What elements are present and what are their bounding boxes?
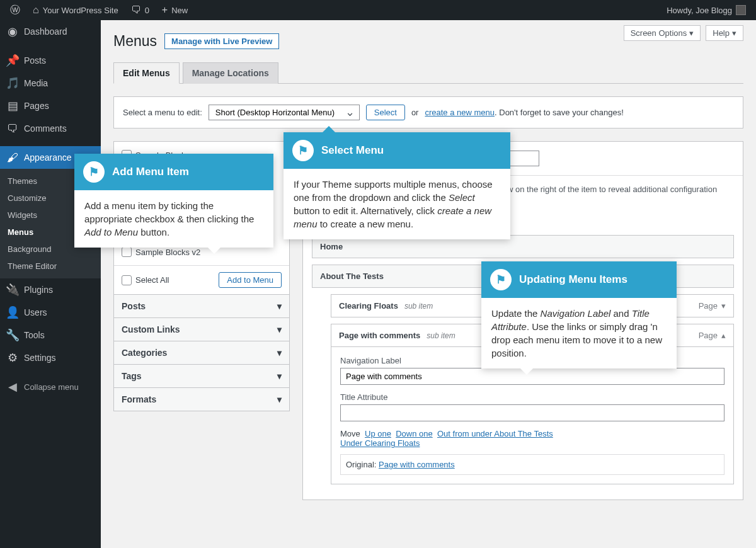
- comments-count: 0: [145, 6, 149, 15]
- plugin-icon: 🔌: [6, 283, 19, 296]
- flag-icon: ⚑: [83, 161, 105, 183]
- comment-icon: 🗨: [131, 4, 141, 16]
- item-type: Page: [699, 331, 718, 340]
- sidebar-item-comments[interactable]: 🗨Comments: [0, 117, 101, 140]
- caret-up-icon: ▴: [721, 331, 726, 340]
- new-label: New: [171, 6, 188, 15]
- label: Tags: [122, 371, 142, 381]
- sidebar-item-dashboard[interactable]: ◉Dashboard: [0, 20, 101, 43]
- sidebar-item-posts[interactable]: 📌Posts: [0, 49, 101, 72]
- accordion-posts[interactable]: Posts▾: [114, 294, 289, 317]
- sidebar-item-plugins[interactable]: 🔌Plugins: [0, 278, 101, 301]
- or-text: or: [411, 108, 419, 117]
- new-content[interactable]: +New: [157, 0, 193, 20]
- sidebar-label: Appearance: [24, 152, 72, 163]
- sidebar-item-users[interactable]: 👤Users: [0, 301, 101, 324]
- tooltip-add-menu-item: ⚑Add Menu Item Add a menu item by tickin…: [74, 154, 273, 248]
- plus-icon: +: [162, 4, 168, 16]
- accordion-custom-links[interactable]: Custom Links▾: [114, 317, 289, 341]
- home-icon: ⌂: [33, 4, 39, 16]
- tab-edit-menus[interactable]: Edit Menus: [113, 62, 180, 84]
- caret-down-icon: ▾: [277, 394, 282, 404]
- title-attr-label: Title Attribute: [340, 392, 724, 402]
- move-under-link[interactable]: Under Clearing Floats: [340, 438, 420, 448]
- text: to create a new menu.: [318, 219, 414, 229]
- collapse-menu[interactable]: ◀Collapse menu: [0, 375, 101, 398]
- label: Screen Options: [631, 28, 687, 38]
- flag-icon: ⚑: [292, 140, 314, 161]
- select-all-row[interactable]: Select All: [122, 273, 169, 287]
- tooltip-title: Select Menu: [321, 144, 384, 157]
- media-icon: 🎵: [6, 77, 19, 89]
- move-down-link[interactable]: Down one: [396, 429, 433, 438]
- move-out-link[interactable]: Out from under About The Tests: [437, 429, 553, 438]
- caret-down-icon: ▾: [277, 371, 282, 381]
- text-em: Add to Menu: [84, 227, 138, 237]
- sidebar-label: Users: [24, 307, 47, 317]
- sidebar-item-pages[interactable]: ▤Pages: [0, 94, 101, 117]
- label: Help: [713, 28, 730, 38]
- admin-bar: ⓦ ⌂Your WordPress Site 🗨0 +New Howdy, Jo…: [0, 0, 756, 20]
- move-label: Move: [340, 429, 360, 438]
- accordion-formats[interactable]: Formats▾: [114, 387, 289, 411]
- select-label: Select a menu to edit:: [123, 108, 202, 117]
- caret-down-icon: ▾: [689, 28, 694, 38]
- sidebar-item-media[interactable]: 🎵Media: [0, 72, 101, 94]
- accordion-tags[interactable]: Tags▾: [114, 364, 289, 387]
- sidebar-item-tools[interactable]: 🔧Tools: [0, 324, 101, 346]
- greeting: Howdy, Joe Blogg: [667, 6, 732, 15]
- collapse-icon: ◀: [6, 380, 19, 393]
- brush-icon: 🖌: [6, 151, 19, 164]
- menu-item-title: Page with comments: [339, 331, 420, 340]
- wrench-icon: 🔧: [6, 329, 19, 341]
- admin-sidebar: ◉Dashboard 📌Posts 🎵Media ▤Pages 🗨Comment…: [0, 20, 101, 548]
- wp-logo[interactable]: ⓦ: [5, 0, 25, 20]
- title-attr-input[interactable]: [340, 404, 724, 421]
- sub-item-label: sub item: [427, 331, 455, 340]
- sidebar-label: Tools: [24, 330, 45, 340]
- original-label: Original:: [346, 460, 376, 469]
- avatar: [736, 5, 746, 15]
- tooltip-updating-menu-items: ⚑Updating Menu Items Update the Navigati…: [481, 261, 677, 368]
- menu-item-title: Home: [320, 242, 343, 251]
- flag-icon: ⚑: [490, 269, 512, 290]
- pages-icon: ▤: [6, 100, 19, 112]
- comments-bubble[interactable]: 🗨0: [126, 0, 154, 20]
- site-name[interactable]: ⌂Your WordPress Site: [28, 0, 123, 20]
- sidebar-label: Dashboard: [24, 26, 67, 37]
- page-title: Menus: [113, 33, 157, 50]
- caret-down-icon: ▾: [277, 348, 282, 358]
- caret-down-icon: ▾: [277, 324, 282, 334]
- original-link[interactable]: Page with comments: [379, 460, 455, 469]
- tab-manage-locations[interactable]: Manage Locations: [183, 62, 278, 84]
- sidebar-label: Settings: [24, 353, 56, 363]
- pin-icon: 📌: [6, 54, 19, 67]
- dashboard-icon: ◉: [6, 25, 19, 38]
- accordion-categories[interactable]: Categories▾: [114, 341, 289, 364]
- text: button.: [138, 227, 169, 237]
- submenu-theme-editor[interactable]: Theme Editor: [0, 258, 101, 275]
- add-to-menu-button[interactable]: Add to Menu: [219, 272, 282, 288]
- label: Sample Blocks v2: [135, 248, 200, 257]
- screen-options-button[interactable]: Screen Options ▾: [624, 25, 701, 41]
- sidebar-label: Posts: [24, 55, 46, 66]
- sidebar-label: Media: [24, 78, 48, 88]
- user-icon: 👤: [6, 306, 19, 319]
- text-em: Select: [449, 192, 475, 203]
- menu-select-dropdown[interactable]: Short (Desktop Horizontal Menu): [209, 105, 360, 120]
- select-button[interactable]: Select: [366, 105, 405, 120]
- create-new-menu-link[interactable]: create a new menu: [425, 108, 495, 117]
- move-up-link[interactable]: Up one: [365, 429, 391, 438]
- checkbox[interactable]: [122, 247, 132, 257]
- label: Formats: [122, 394, 156, 404]
- reminder-text: . Don't forget to save your changes!: [495, 108, 624, 117]
- sidebar-item-settings[interactable]: ⚙Settings: [0, 346, 101, 369]
- checkbox[interactable]: [122, 275, 132, 285]
- label: Select All: [135, 275, 169, 285]
- label: Posts: [122, 301, 146, 311]
- manage-live-preview-button[interactable]: Manage with Live Preview: [164, 33, 279, 49]
- my-account[interactable]: Howdy, Joe Blogg: [662, 0, 751, 20]
- sidebar-label: Plugins: [24, 285, 53, 295]
- help-button[interactable]: Help ▾: [706, 25, 743, 41]
- menu-item-title: Clearing Floats: [339, 301, 398, 311]
